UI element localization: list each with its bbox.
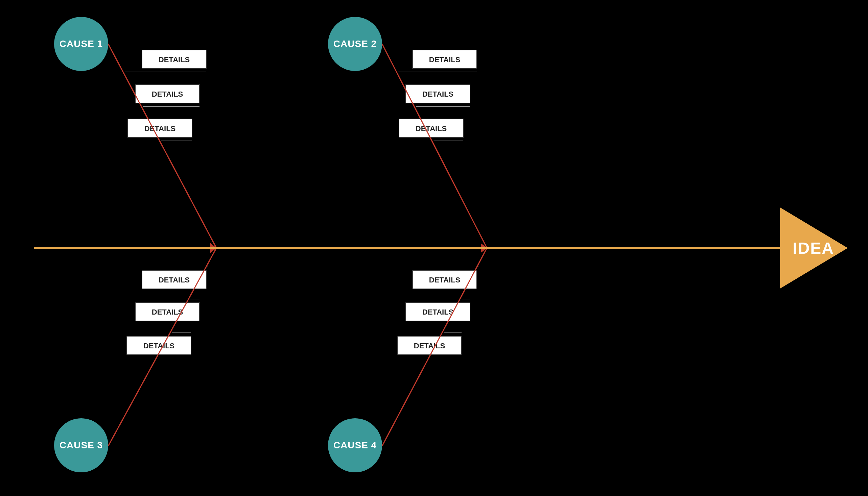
cause3-circle[interactable]: CAUSE 3 <box>54 418 108 472</box>
cause2-circle[interactable]: CAUSE 2 <box>328 17 382 71</box>
idea-label: IDEA <box>793 239 834 258</box>
fishbone-diagram: CAUSE 1 CAUSE 2 CAUSE 3 CAUSE 4 IDEA <box>0 0 868 496</box>
cause1-circle[interactable]: CAUSE 1 <box>54 17 108 71</box>
diagram-canvas <box>0 0 868 496</box>
cause4-circle[interactable]: CAUSE 4 <box>328 418 382 472</box>
